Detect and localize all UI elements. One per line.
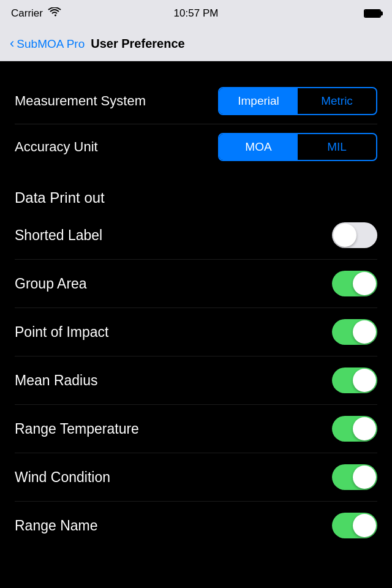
group-area-text: Group Area [15,276,87,292]
accuracy-unit-control[interactable]: MOA MIL [218,133,377,161]
wind-condition-toggle[interactable] [332,464,377,490]
mean-radius-thumb [353,369,376,392]
back-label: SubMOA Pro [17,37,85,51]
back-button[interactable]: ‹ SubMOA Pro [10,37,85,51]
imperial-option[interactable]: Imperial [219,88,298,114]
shorted-label-text: Shorted Label [15,227,102,244]
point-of-impact-toggle[interactable] [332,319,377,345]
group-area-row: Group Area [15,260,377,308]
point-of-impact-thumb [353,320,376,344]
wind-condition-row: Wind Condition [15,453,377,502]
measurement-system-label: Measurement System [15,93,146,109]
carrier-label: Carrier [11,7,43,20]
range-name-row: Range Name [15,502,377,549]
content: Measurement System Imperial Metric Accur… [0,61,392,549]
shorted-label-row: Shorted Label [15,211,377,260]
measurement-system-row: Measurement System Imperial Metric [15,78,377,124]
accuracy-unit-label: Accuracy Unit [15,139,98,155]
moa-option[interactable]: MOA [219,134,298,160]
range-temperature-toggle[interactable] [332,416,377,442]
point-of-impact-row: Point of Impact [15,308,377,356]
wifi-icon [48,7,61,20]
status-time: 10:57 PM [174,7,219,20]
mean-radius-toggle[interactable] [332,368,377,393]
range-temperature-text: Range Temperature [15,421,139,437]
status-carrier-wifi: Carrier [11,7,61,20]
measurement-system-section: Measurement System Imperial Metric Accur… [0,61,392,170]
data-printout-header: Data Print out [0,170,392,211]
measurement-system-control[interactable]: Imperial Metric [218,87,377,115]
group-area-toggle[interactable] [332,271,377,296]
status-battery [364,9,381,18]
nav-bar: ‹ SubMOA Pro User Preference [0,27,392,61]
back-chevron-icon: ‹ [10,37,14,50]
page-title: User Preference [91,37,184,51]
shorted-label-thumb [333,224,356,247]
toggle-rows: Shorted Label Group Area Point of Impact… [0,211,392,549]
accuracy-unit-row: Accuracy Unit MOA MIL [15,124,377,170]
shorted-label-toggle[interactable] [332,222,377,248]
battery-icon [364,9,381,18]
group-area-thumb [353,272,376,295]
mil-option[interactable]: MIL [298,134,376,160]
range-name-toggle[interactable] [332,513,377,538]
range-temperature-thumb [353,417,376,440]
range-name-thumb [353,514,376,537]
point-of-impact-text: Point of Impact [15,324,108,341]
mean-radius-row: Mean Radius [15,356,377,405]
wind-condition-text: Wind Condition [15,469,110,486]
range-name-text: Range Name [15,518,98,534]
metric-option[interactable]: Metric [298,88,376,114]
range-temperature-row: Range Temperature [15,405,377,453]
mean-radius-text: Mean Radius [15,372,98,389]
wind-condition-thumb [353,466,376,489]
status-bar: Carrier 10:57 PM [0,0,392,27]
